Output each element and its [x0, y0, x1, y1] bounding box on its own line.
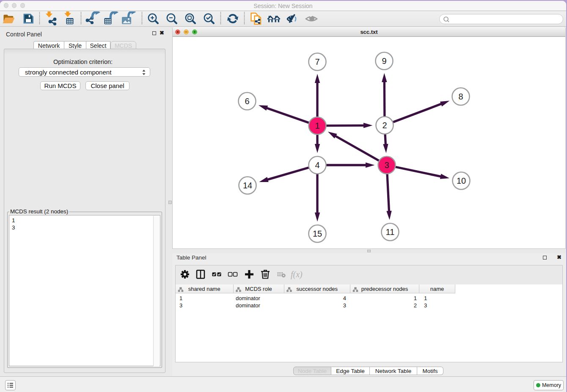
svg-text:7: 7	[315, 57, 319, 66]
svg-text:10: 10	[457, 176, 466, 185]
svg-text:11: 11	[386, 227, 395, 237]
svg-text:6: 6	[245, 97, 249, 106]
svg-text:2: 2	[382, 121, 387, 130]
svg-text:1: 1	[315, 121, 319, 130]
svg-text:f(x): f(x)	[291, 270, 303, 279]
svg-text:15: 15	[313, 229, 322, 238]
svg-text:8: 8	[458, 92, 463, 101]
svg-text:14: 14	[243, 181, 252, 190]
svg-text:4: 4	[315, 160, 319, 170]
svg-text:3: 3	[384, 160, 389, 170]
svg-text:9: 9	[382, 56, 386, 66]
